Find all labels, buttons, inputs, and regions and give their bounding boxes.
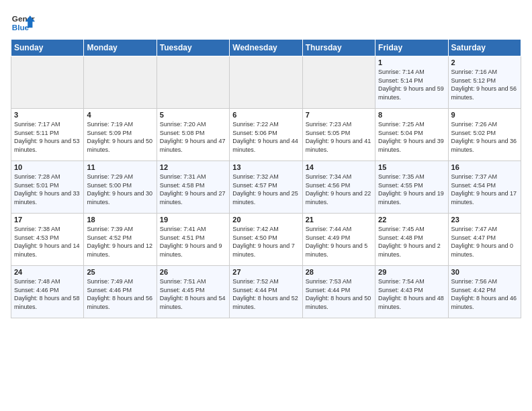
day-number: 15 (378, 163, 445, 171)
day-number: 5 (160, 111, 226, 119)
day-cell: 11Sunrise: 7:29 AM Sunset: 5:00 PM Dayli… (84, 161, 157, 214)
day-cell: 30Sunrise: 7:56 AM Sunset: 4:42 PM Dayli… (448, 266, 521, 318)
day-info: Sunrise: 7:26 AM Sunset: 5:02 PM Dayligh… (451, 120, 518, 154)
day-cell (230, 56, 302, 109)
logo-icon: General Blue (11, 11, 35, 35)
logo: General Blue (11, 11, 35, 35)
week-row-4: 17Sunrise: 7:38 AM Sunset: 4:53 PM Dayli… (11, 214, 521, 266)
col-header-thursday: Thursday (302, 40, 375, 56)
day-info: Sunrise: 7:44 AM Sunset: 4:49 PM Dayligh… (306, 225, 372, 259)
header-row: SundayMondayTuesdayWednesdayThursdayFrid… (11, 40, 521, 56)
day-number: 19 (160, 216, 226, 224)
day-cell: 17Sunrise: 7:38 AM Sunset: 4:53 PM Dayli… (11, 214, 84, 266)
col-header-tuesday: Tuesday (157, 40, 229, 56)
page: General Blue SundayMondayTuesdayWednesda… (0, 0, 532, 411)
day-cell (157, 56, 229, 109)
day-cell (302, 56, 375, 109)
day-number: 3 (14, 111, 81, 119)
day-info: Sunrise: 7:49 AM Sunset: 4:46 PM Dayligh… (87, 277, 153, 311)
day-cell: 3Sunrise: 7:17 AM Sunset: 5:11 PM Daylig… (11, 109, 84, 161)
day-info: Sunrise: 7:47 AM Sunset: 4:47 PM Dayligh… (451, 225, 518, 259)
day-number: 17 (14, 216, 81, 224)
col-header-wednesday: Wednesday (230, 40, 302, 56)
week-row-5: 24Sunrise: 7:48 AM Sunset: 4:46 PM Dayli… (11, 266, 521, 318)
day-number: 30 (451, 268, 518, 276)
day-number: 26 (160, 268, 226, 276)
day-cell: 6Sunrise: 7:22 AM Sunset: 5:06 PM Daylig… (230, 109, 302, 161)
week-row-2: 3Sunrise: 7:17 AM Sunset: 5:11 PM Daylig… (11, 109, 521, 161)
day-number: 7 (306, 111, 372, 119)
day-cell: 18Sunrise: 7:39 AM Sunset: 4:52 PM Dayli… (84, 214, 157, 266)
col-header-saturday: Saturday (448, 40, 521, 56)
day-cell: 5Sunrise: 7:20 AM Sunset: 5:08 PM Daylig… (157, 109, 229, 161)
header: General Blue (11, 11, 521, 35)
day-cell: 19Sunrise: 7:41 AM Sunset: 4:51 PM Dayli… (157, 214, 229, 266)
day-cell: 8Sunrise: 7:25 AM Sunset: 5:04 PM Daylig… (375, 109, 448, 161)
week-row-3: 10Sunrise: 7:28 AM Sunset: 5:01 PM Dayli… (11, 161, 521, 214)
day-info: Sunrise: 7:22 AM Sunset: 5:06 PM Dayligh… (232, 120, 299, 154)
week-row-1: 1Sunrise: 7:14 AM Sunset: 5:14 PM Daylig… (11, 56, 521, 109)
day-cell: 7Sunrise: 7:23 AM Sunset: 5:05 PM Daylig… (302, 109, 375, 161)
day-cell: 16Sunrise: 7:37 AM Sunset: 4:54 PM Dayli… (448, 161, 521, 214)
col-header-sunday: Sunday (11, 40, 84, 56)
day-info: Sunrise: 7:37 AM Sunset: 4:54 PM Dayligh… (451, 173, 518, 206)
day-info: Sunrise: 7:54 AM Sunset: 4:43 PM Dayligh… (378, 277, 445, 311)
day-cell: 23Sunrise: 7:47 AM Sunset: 4:47 PM Dayli… (448, 214, 521, 266)
day-info: Sunrise: 7:52 AM Sunset: 4:44 PM Dayligh… (232, 277, 299, 311)
day-number: 10 (14, 163, 81, 171)
day-info: Sunrise: 7:51 AM Sunset: 4:45 PM Dayligh… (160, 277, 226, 311)
day-info: Sunrise: 7:16 AM Sunset: 5:12 PM Dayligh… (451, 68, 518, 101)
day-number: 21 (306, 216, 372, 224)
day-cell: 27Sunrise: 7:52 AM Sunset: 4:44 PM Dayli… (230, 266, 302, 318)
day-info: Sunrise: 7:23 AM Sunset: 5:05 PM Dayligh… (306, 120, 372, 154)
day-info: Sunrise: 7:28 AM Sunset: 5:01 PM Dayligh… (14, 173, 81, 206)
day-info: Sunrise: 7:41 AM Sunset: 4:51 PM Dayligh… (160, 225, 226, 259)
day-info: Sunrise: 7:38 AM Sunset: 4:53 PM Dayligh… (14, 225, 81, 259)
day-info: Sunrise: 7:39 AM Sunset: 4:52 PM Dayligh… (87, 225, 153, 259)
day-number: 11 (87, 163, 153, 171)
day-number: 8 (378, 111, 445, 119)
day-number: 29 (378, 268, 445, 276)
day-number: 9 (451, 111, 518, 119)
day-number: 23 (451, 216, 518, 224)
day-number: 20 (232, 216, 299, 224)
day-number: 18 (87, 216, 153, 224)
day-info: Sunrise: 7:17 AM Sunset: 5:11 PM Dayligh… (14, 120, 81, 154)
day-info: Sunrise: 7:32 AM Sunset: 4:57 PM Dayligh… (232, 173, 299, 206)
day-info: Sunrise: 7:31 AM Sunset: 4:58 PM Dayligh… (160, 173, 226, 206)
day-info: Sunrise: 7:56 AM Sunset: 4:42 PM Dayligh… (451, 277, 518, 311)
day-cell: 29Sunrise: 7:54 AM Sunset: 4:43 PM Dayli… (375, 266, 448, 318)
day-cell: 22Sunrise: 7:45 AM Sunset: 4:48 PM Dayli… (375, 214, 448, 266)
col-header-monday: Monday (84, 40, 157, 56)
day-cell: 26Sunrise: 7:51 AM Sunset: 4:45 PM Dayli… (157, 266, 229, 318)
day-cell: 13Sunrise: 7:32 AM Sunset: 4:57 PM Dayli… (230, 161, 302, 214)
day-number: 12 (160, 163, 226, 171)
day-cell: 24Sunrise: 7:48 AM Sunset: 4:46 PM Dayli… (11, 266, 84, 318)
day-cell: 2Sunrise: 7:16 AM Sunset: 5:12 PM Daylig… (448, 56, 521, 109)
day-number: 6 (232, 111, 299, 119)
day-info: Sunrise: 7:25 AM Sunset: 5:04 PM Dayligh… (378, 120, 445, 154)
day-cell: 25Sunrise: 7:49 AM Sunset: 4:46 PM Dayli… (84, 266, 157, 318)
day-cell: 15Sunrise: 7:35 AM Sunset: 4:55 PM Dayli… (375, 161, 448, 214)
day-number: 28 (306, 268, 372, 276)
day-cell: 9Sunrise: 7:26 AM Sunset: 5:02 PM Daylig… (448, 109, 521, 161)
day-number: 24 (14, 268, 81, 276)
day-number: 25 (87, 268, 153, 276)
col-header-friday: Friday (375, 40, 448, 56)
day-info: Sunrise: 7:48 AM Sunset: 4:46 PM Dayligh… (14, 277, 81, 311)
day-info: Sunrise: 7:19 AM Sunset: 5:09 PM Dayligh… (87, 120, 153, 154)
day-number: 4 (87, 111, 153, 119)
day-cell: 28Sunrise: 7:53 AM Sunset: 4:44 PM Dayli… (302, 266, 375, 318)
day-cell (84, 56, 157, 109)
day-number: 13 (232, 163, 299, 171)
day-cell: 20Sunrise: 7:42 AM Sunset: 4:50 PM Dayli… (230, 214, 302, 266)
day-cell: 21Sunrise: 7:44 AM Sunset: 4:49 PM Dayli… (302, 214, 375, 266)
day-number: 27 (232, 268, 299, 276)
day-number: 1 (378, 58, 445, 66)
day-cell (11, 56, 84, 109)
day-info: Sunrise: 7:14 AM Sunset: 5:14 PM Dayligh… (378, 68, 445, 101)
day-info: Sunrise: 7:20 AM Sunset: 5:08 PM Dayligh… (160, 120, 226, 154)
day-info: Sunrise: 7:42 AM Sunset: 4:50 PM Dayligh… (232, 225, 299, 259)
day-info: Sunrise: 7:35 AM Sunset: 4:55 PM Dayligh… (378, 173, 445, 206)
day-cell: 1Sunrise: 7:14 AM Sunset: 5:14 PM Daylig… (375, 56, 448, 109)
